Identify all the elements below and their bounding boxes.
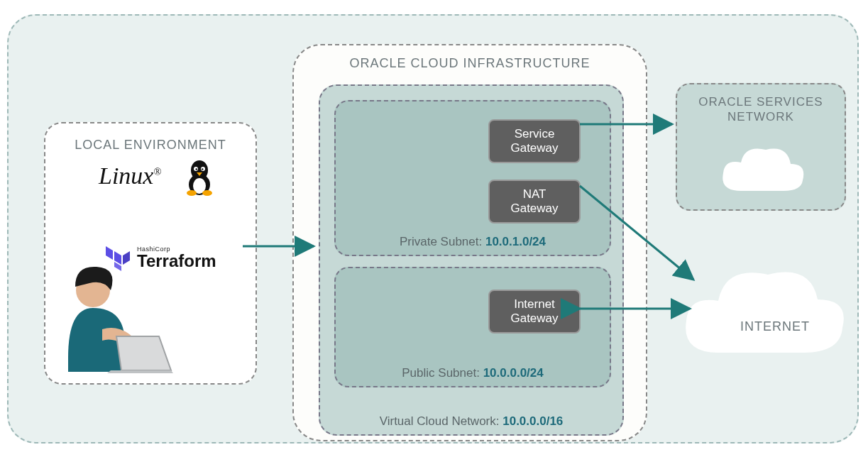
architecture-canvas: LOCAL ENVIRONMENT Linux® HashiCo: [7, 14, 859, 443]
osn-title: ORACLE SERVICES NETWORK: [677, 94, 845, 125]
vcn-cidr: 10.0.0.0/16: [502, 414, 563, 428]
oci-region-box: ORACLE CLOUD INFRASTRUCTURE Service Gate…: [292, 44, 647, 441]
linux-name: Linux: [99, 162, 153, 189]
svg-point-7: [187, 190, 197, 196]
linux-logo-text: Linux®: [99, 162, 161, 189]
vcn-text: Virtual Cloud Network:: [380, 414, 500, 428]
svg-marker-14: [116, 336, 171, 370]
local-environment-box: LOCAL ENVIRONMENT Linux® HashiCo: [44, 122, 257, 385]
public-subnet-label: Public Subnet: 10.0.0.0/24: [336, 366, 610, 380]
private-subnet-text: Private Subnet:: [400, 235, 482, 248]
internet-cloud-icon: [676, 257, 853, 370]
nat-gateway-label: NAT Gateway: [510, 187, 558, 215]
linux-reg: ®: [153, 167, 161, 177]
svg-marker-15: [107, 370, 173, 373]
oci-title: ORACLE CLOUD INFRASTRUCTURE: [294, 56, 646, 71]
vcn-box: Service Gateway NAT Gateway Private Subn…: [319, 84, 624, 436]
osn-line1: ORACLE SERVICES: [698, 95, 823, 109]
public-subnet-cidr: 10.0.0.0/24: [483, 366, 544, 380]
internet-gateway-label: Internet Gateway: [510, 297, 558, 325]
private-subnet-label: Private Subnet: 10.0.1.0/24: [336, 235, 610, 249]
public-subnet-box: Internet Gateway Public Subnet: 10.0.0.0…: [334, 267, 611, 387]
nat-gateway-node: NAT Gateway: [488, 180, 581, 224]
public-subnet-text: Public Subnet:: [402, 366, 480, 380]
osn-cloud-icon: [716, 141, 808, 202]
svg-point-6: [202, 168, 204, 170]
tux-icon: [184, 159, 215, 196]
svg-point-5: [196, 168, 198, 170]
private-subnet-box: Service Gateway NAT Gateway Private Subn…: [334, 100, 611, 256]
service-gateway-label: Service Gateway: [510, 127, 558, 155]
private-subnet-cidr: 10.0.1.0/24: [485, 235, 546, 248]
user-at-laptop-icon: [26, 251, 182, 393]
svg-point-8: [202, 190, 212, 196]
vcn-label: Virtual Cloud Network: 10.0.0.0/16: [320, 414, 622, 429]
osn-line2: NETWORK: [727, 110, 794, 123]
oracle-services-network-box: ORACLE SERVICES NETWORK: [676, 83, 846, 211]
internet-gateway-node: Internet Gateway: [488, 290, 581, 334]
internet-label: INTERNET: [718, 319, 832, 334]
local-environment-title: LOCAL ENVIRONMENT: [45, 138, 256, 153]
service-gateway-node: Service Gateway: [488, 119, 581, 163]
